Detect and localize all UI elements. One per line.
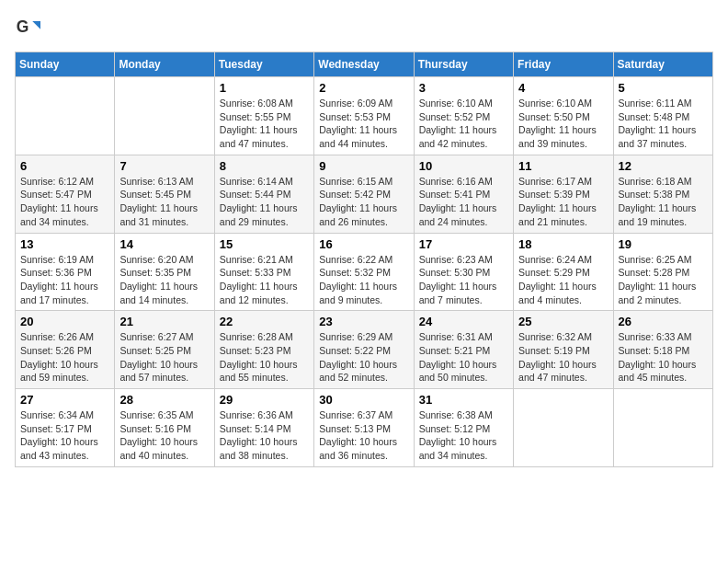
- day-info: Sunrise: 6:13 AM Sunset: 5:45 PM Dayligh…: [119, 175, 209, 229]
- day-info: Sunrise: 6:19 AM Sunset: 5:36 PM Dayligh…: [20, 253, 109, 307]
- calendar-cell: 19Sunrise: 6:25 AM Sunset: 5:28 PM Dayli…: [613, 233, 712, 311]
- day-info: Sunrise: 6:17 AM Sunset: 5:39 PM Dayligh…: [518, 175, 608, 229]
- calendar-cell: [514, 389, 613, 467]
- day-number: 1: [220, 81, 309, 95]
- day-info: Sunrise: 6:21 AM Sunset: 5:33 PM Dayligh…: [220, 253, 309, 307]
- calendar-cell: 26Sunrise: 6:33 AM Sunset: 5:18 PM Dayli…: [613, 311, 712, 389]
- day-info: Sunrise: 6:29 AM Sunset: 5:22 PM Dayligh…: [319, 330, 408, 385]
- day-number: 15: [220, 237, 309, 251]
- day-info: Sunrise: 6:32 AM Sunset: 5:19 PM Dayligh…: [518, 330, 608, 385]
- page-header: G: [15, 15, 713, 40]
- day-number: 4: [518, 81, 608, 95]
- day-number: 22: [220, 315, 309, 328]
- day-info: Sunrise: 6:25 AM Sunset: 5:28 PM Dayligh…: [619, 253, 708, 307]
- day-info: Sunrise: 6:23 AM Sunset: 5:30 PM Dayligh…: [419, 253, 508, 307]
- week-row-2: 6Sunrise: 6:12 AM Sunset: 5:47 PM Daylig…: [16, 155, 713, 233]
- weekday-header-sunday: Sunday: [16, 52, 115, 77]
- calendar-cell: 15Sunrise: 6:21 AM Sunset: 5:33 PM Dayli…: [214, 233, 313, 311]
- weekday-header-monday: Monday: [115, 52, 214, 77]
- day-info: Sunrise: 6:28 AM Sunset: 5:23 PM Dayligh…: [220, 330, 309, 385]
- day-number: 27: [20, 393, 109, 407]
- weekday-header-tuesday: Tuesday: [214, 52, 313, 77]
- calendar-table: SundayMondayTuesdayWednesdayThursdayFrid…: [15, 52, 713, 467]
- day-number: 12: [619, 159, 708, 173]
- day-number: 13: [20, 237, 109, 251]
- calendar-cell: 3Sunrise: 6:10 AM Sunset: 5:52 PM Daylig…: [414, 77, 513, 155]
- day-info: Sunrise: 6:09 AM Sunset: 5:53 PM Dayligh…: [319, 97, 408, 151]
- calendar-cell: 20Sunrise: 6:26 AM Sunset: 5:26 PM Dayli…: [16, 311, 115, 389]
- day-number: 6: [20, 159, 109, 173]
- day-info: Sunrise: 6:10 AM Sunset: 5:52 PM Dayligh…: [419, 97, 508, 151]
- calendar-cell: [115, 77, 214, 155]
- svg-text:G: G: [17, 17, 29, 36]
- day-number: 3: [419, 81, 508, 95]
- day-info: Sunrise: 6:27 AM Sunset: 5:25 PM Dayligh…: [119, 330, 209, 385]
- day-number: 14: [119, 237, 209, 251]
- calendar-cell: 2Sunrise: 6:09 AM Sunset: 5:53 PM Daylig…: [314, 77, 414, 155]
- day-info: Sunrise: 6:37 AM Sunset: 5:13 PM Dayligh…: [319, 408, 408, 463]
- day-info: Sunrise: 6:36 AM Sunset: 5:14 PM Dayligh…: [220, 408, 309, 463]
- week-row-5: 27Sunrise: 6:34 AM Sunset: 5:17 PM Dayli…: [16, 389, 713, 467]
- calendar-cell: 5Sunrise: 6:11 AM Sunset: 5:48 PM Daylig…: [613, 77, 712, 155]
- day-number: 2: [319, 81, 408, 95]
- day-number: 28: [119, 393, 209, 407]
- day-number: 29: [220, 393, 309, 407]
- day-number: 8: [220, 159, 309, 173]
- day-number: 31: [419, 393, 508, 407]
- day-info: Sunrise: 6:18 AM Sunset: 5:38 PM Dayligh…: [619, 175, 708, 229]
- day-number: 7: [119, 159, 209, 173]
- calendar-cell: 7Sunrise: 6:13 AM Sunset: 5:45 PM Daylig…: [115, 155, 214, 233]
- calendar-cell: 14Sunrise: 6:20 AM Sunset: 5:35 PM Dayli…: [115, 233, 214, 311]
- calendar-cell: 29Sunrise: 6:36 AM Sunset: 5:14 PM Dayli…: [214, 389, 313, 467]
- day-info: Sunrise: 6:33 AM Sunset: 5:18 PM Dayligh…: [619, 330, 708, 385]
- day-info: Sunrise: 6:20 AM Sunset: 5:35 PM Dayligh…: [119, 253, 209, 307]
- day-number: 23: [319, 315, 408, 328]
- day-info: Sunrise: 6:15 AM Sunset: 5:42 PM Dayligh…: [319, 175, 408, 229]
- day-number: 25: [518, 315, 608, 328]
- day-info: Sunrise: 6:31 AM Sunset: 5:21 PM Dayligh…: [419, 330, 508, 385]
- weekday-header-thursday: Thursday: [414, 52, 513, 77]
- day-number: 17: [419, 237, 508, 251]
- day-number: 30: [319, 393, 408, 407]
- calendar-cell: 30Sunrise: 6:37 AM Sunset: 5:13 PM Dayli…: [314, 389, 414, 467]
- day-info: Sunrise: 6:11 AM Sunset: 5:48 PM Dayligh…: [619, 97, 708, 151]
- day-info: Sunrise: 6:26 AM Sunset: 5:26 PM Dayligh…: [20, 330, 109, 385]
- calendar-cell: 11Sunrise: 6:17 AM Sunset: 5:39 PM Dayli…: [514, 155, 613, 233]
- day-info: Sunrise: 6:35 AM Sunset: 5:16 PM Dayligh…: [119, 408, 209, 463]
- day-number: 26: [619, 315, 708, 328]
- calendar-cell: 8Sunrise: 6:14 AM Sunset: 5:44 PM Daylig…: [214, 155, 313, 233]
- calendar-cell: 9Sunrise: 6:15 AM Sunset: 5:42 PM Daylig…: [314, 155, 414, 233]
- calendar-cell: 31Sunrise: 6:38 AM Sunset: 5:12 PM Dayli…: [414, 389, 513, 467]
- calendar-cell: 10Sunrise: 6:16 AM Sunset: 5:41 PM Dayli…: [414, 155, 513, 233]
- calendar-cell: 17Sunrise: 6:23 AM Sunset: 5:30 PM Dayli…: [414, 233, 513, 311]
- calendar-cell: 12Sunrise: 6:18 AM Sunset: 5:38 PM Dayli…: [613, 155, 712, 233]
- logo: G: [15, 15, 44, 40]
- calendar-cell: 22Sunrise: 6:28 AM Sunset: 5:23 PM Dayli…: [214, 311, 313, 389]
- calendar-cell: 6Sunrise: 6:12 AM Sunset: 5:47 PM Daylig…: [16, 155, 115, 233]
- day-number: 9: [319, 159, 408, 173]
- weekday-header-wednesday: Wednesday: [314, 52, 414, 77]
- day-info: Sunrise: 6:24 AM Sunset: 5:29 PM Dayligh…: [518, 253, 608, 307]
- day-number: 24: [419, 315, 508, 328]
- weekday-header-row: SundayMondayTuesdayWednesdayThursdayFrid…: [16, 52, 713, 77]
- calendar-cell: 23Sunrise: 6:29 AM Sunset: 5:22 PM Dayli…: [314, 311, 414, 389]
- week-row-1: 1Sunrise: 6:08 AM Sunset: 5:55 PM Daylig…: [16, 77, 713, 155]
- calendar-cell: 18Sunrise: 6:24 AM Sunset: 5:29 PM Dayli…: [514, 233, 613, 311]
- day-info: Sunrise: 6:38 AM Sunset: 5:12 PM Dayligh…: [419, 408, 508, 463]
- day-number: 20: [20, 315, 109, 328]
- calendar-cell: 4Sunrise: 6:10 AM Sunset: 5:50 PM Daylig…: [514, 77, 613, 155]
- calendar-cell: 24Sunrise: 6:31 AM Sunset: 5:21 PM Dayli…: [414, 311, 513, 389]
- day-number: 19: [619, 237, 708, 251]
- calendar-cell: 16Sunrise: 6:22 AM Sunset: 5:32 PM Dayli…: [314, 233, 414, 311]
- calendar-cell: 25Sunrise: 6:32 AM Sunset: 5:19 PM Dayli…: [514, 311, 613, 389]
- calendar-cell: 28Sunrise: 6:35 AM Sunset: 5:16 PM Dayli…: [115, 389, 214, 467]
- calendar-cell: 1Sunrise: 6:08 AM Sunset: 5:55 PM Daylig…: [214, 77, 313, 155]
- day-number: 11: [518, 159, 608, 173]
- day-number: 16: [319, 237, 408, 251]
- day-info: Sunrise: 6:16 AM Sunset: 5:41 PM Dayligh…: [419, 175, 508, 229]
- day-info: Sunrise: 6:34 AM Sunset: 5:17 PM Dayligh…: [20, 408, 109, 463]
- weekday-header-saturday: Saturday: [613, 52, 712, 77]
- day-number: 10: [419, 159, 508, 173]
- calendar-cell: [613, 389, 712, 467]
- calendar-cell: 13Sunrise: 6:19 AM Sunset: 5:36 PM Dayli…: [16, 233, 115, 311]
